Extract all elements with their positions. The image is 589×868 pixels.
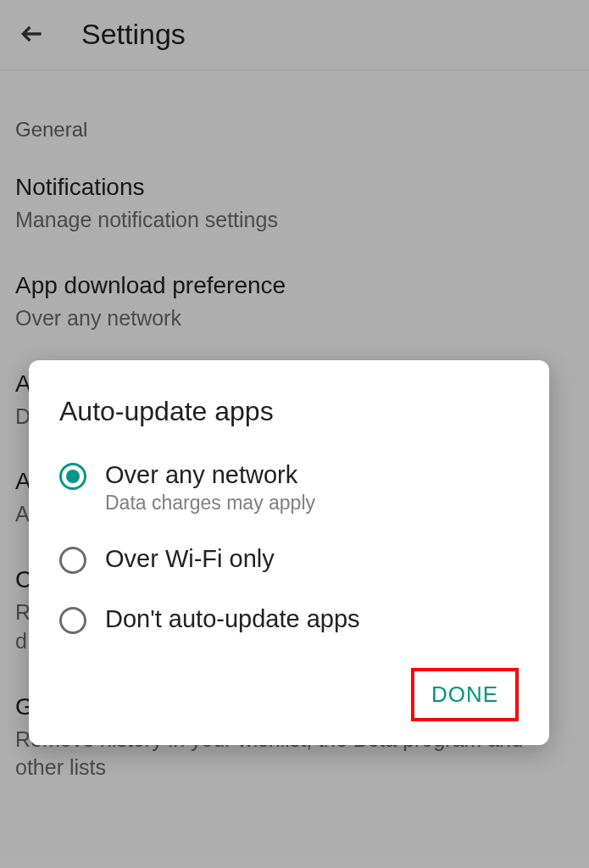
done-button[interactable]: DONE bbox=[431, 682, 498, 708]
radio-unselected-icon bbox=[59, 607, 86, 634]
radio-selected-icon bbox=[59, 463, 86, 490]
option-label: Over any network bbox=[105, 459, 315, 490]
option-label: Over Wi-Fi only bbox=[105, 543, 275, 574]
app-header: Settings bbox=[0, 0, 589, 68]
setting-notifications-title: Notifications bbox=[15, 174, 574, 201]
option-label: Don't auto-update apps bbox=[105, 604, 360, 634]
option-sub: Data charges may apply bbox=[105, 492, 315, 515]
header-divider bbox=[0, 70, 589, 70]
option-over-wifi-only[interactable]: Over Wi-Fi only bbox=[59, 543, 519, 574]
done-highlight-box: DONE bbox=[411, 668, 519, 721]
page-title: Settings bbox=[81, 18, 186, 51]
back-arrow-icon[interactable] bbox=[17, 19, 47, 49]
dialog-actions: DONE bbox=[59, 668, 519, 721]
dialog-title: Auto-update apps bbox=[59, 396, 519, 427]
setting-app-download-title: App download preference bbox=[15, 272, 574, 299]
setting-app-download-sub: Over any network bbox=[15, 304, 574, 333]
setting-notifications[interactable]: Notifications Manage notification settin… bbox=[15, 174, 574, 235]
option-dont-auto-update[interactable]: Don't auto-update apps bbox=[59, 604, 519, 634]
setting-app-download[interactable]: App download preference Over any network bbox=[15, 272, 574, 333]
auto-update-dialog: Auto-update apps Over any network Data c… bbox=[29, 360, 549, 745]
radio-unselected-icon bbox=[59, 547, 86, 574]
option-over-any-network[interactable]: Over any network Data charges may apply bbox=[59, 459, 519, 515]
setting-notifications-sub: Manage notification settings bbox=[15, 206, 574, 235]
section-general-label: General bbox=[15, 118, 574, 142]
